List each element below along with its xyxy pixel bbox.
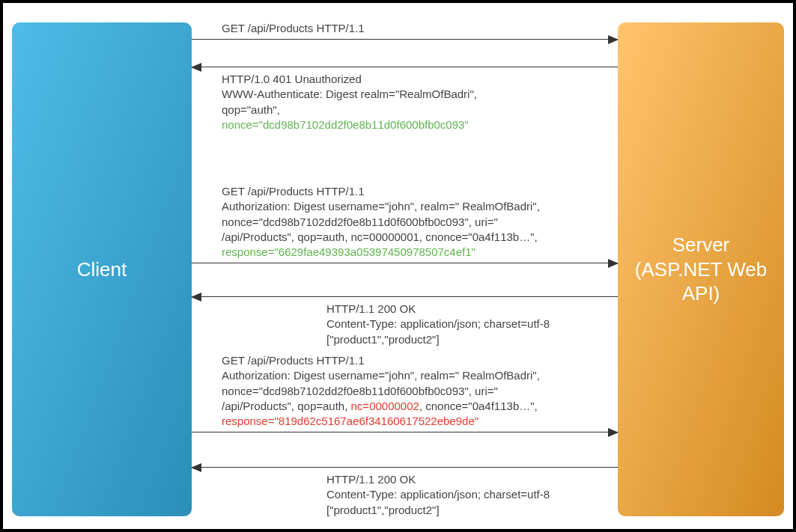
message-2-text: HTTP/1.0 401 Unauthorized WWW-Authentica…: [222, 72, 618, 132]
arrow-left-icon: [192, 296, 618, 297]
diagram-canvas: Client Server (ASP.NET Web API) GET /api…: [3, 3, 793, 529]
message-4-text: HTTP/1.1 200 OK Content-Type: applicatio…: [326, 302, 618, 347]
message-1-text: GET /api/Products HTTP/1.1: [222, 21, 618, 36]
message-1: GET /api/Products HTTP/1.1: [192, 21, 618, 40]
message-3: GET /api/Products HTTP/1.1 Authorization…: [192, 184, 618, 263]
message-5: GET /api/Products HTTP/1.1 Authorization…: [192, 353, 618, 432]
arrow-left-icon: [192, 67, 618, 67]
arrow-right-icon: [192, 263, 618, 263]
message-2: HTTP/1.0 401 Unauthorized WWW-Authentica…: [192, 67, 618, 135]
message-5-text: GET /api/Products HTTP/1.1 Authorization…: [222, 353, 618, 429]
server-lifeline: Server (ASP.NET Web API): [618, 22, 784, 516]
server-label-2: (ASP.NET Web: [635, 257, 767, 282]
client-label: Client: [77, 257, 127, 282]
server-label-1: Server: [672, 233, 730, 257]
message-6: HTTP/1.1 200 OK Content-Type: applicatio…: [192, 467, 618, 521]
client-lifeline: Client: [12, 22, 192, 516]
server-label-3: API): [682, 281, 720, 306]
message-4: HTTP/1.1 200 OK Content-Type: applicatio…: [192, 296, 618, 350]
diagram-frame: Client Server (ASP.NET Web API) GET /api…: [0, 0, 796, 532]
arrow-right-icon: [192, 432, 618, 432]
arrow-right-icon: [192, 39, 618, 40]
message-3-text: GET /api/Products HTTP/1.1 Authorization…: [222, 184, 618, 260]
arrow-left-icon: [192, 467, 618, 468]
message-6-text: HTTP/1.1 200 OK Content-Type: applicatio…: [326, 472, 618, 518]
